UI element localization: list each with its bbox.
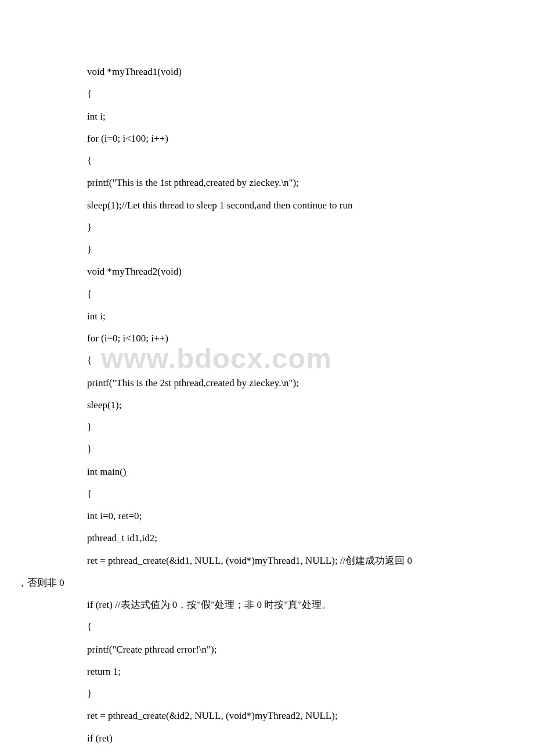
code-line: void *myThread1(void) <box>87 61 499 83</box>
code-line: int i; <box>87 106 499 128</box>
code-line: } <box>87 239 499 261</box>
code-line: if (ret) //表达式值为 0，按"假"处理；非 0 时按"真"处理。 <box>87 594 499 616</box>
code-line: pthread_t id1,id2; <box>87 527 499 549</box>
code-line: { <box>87 83 499 105</box>
code-line: } <box>87 438 499 460</box>
code-line: ret = pthread_create(&id1, NULL, (void*)… <box>87 550 499 572</box>
code-line: { <box>87 483 499 505</box>
code-line: void *myThread2(void) <box>87 261 499 283</box>
code-content: void *myThread1(void) { int i; for (i=0;… <box>87 61 499 750</box>
code-line: printf("Create pthread error!\n"); <box>87 639 499 661</box>
code-line: sleep(1);//Let this thread to sleep 1 se… <box>87 195 499 217</box>
code-line: } <box>87 217 499 239</box>
code-line: sleep(1); <box>87 394 499 416</box>
code-line: int main() <box>87 461 499 483</box>
code-line: { <box>87 150 499 172</box>
code-line: { <box>87 616 499 638</box>
code-line: ，否则非 0 <box>17 572 499 594</box>
code-line: { <box>87 350 499 372</box>
code-line: return 1; <box>87 661 499 683</box>
code-line: printf("This is the 1st pthread,created … <box>87 172 499 194</box>
code-line: { <box>87 283 499 305</box>
code-line: ret = pthread_create(&id2, NULL, (void*)… <box>87 705 499 727</box>
code-line: if (ret) <box>87 728 499 750</box>
code-line: } <box>87 683 499 705</box>
code-line: for (i=0; i<100; i++) <box>87 327 499 350</box>
code-line: for (i=0; i<100; i++) <box>87 128 499 150</box>
code-line: printf("This is the 2st pthread,created … <box>87 372 499 394</box>
code-line: int i=0, ret=0; <box>87 505 499 527</box>
code-line: int i; <box>87 305 499 327</box>
code-line: } <box>87 416 499 438</box>
